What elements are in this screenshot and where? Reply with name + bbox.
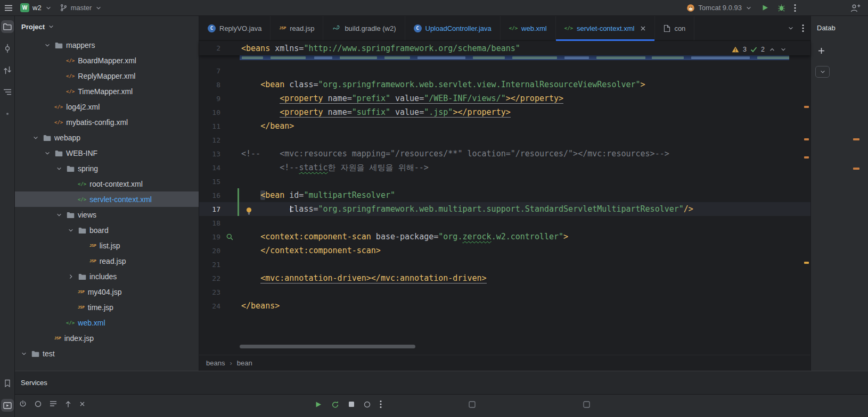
close-icon[interactable] bbox=[79, 401, 85, 407]
code-line-11[interactable]: 11 </bean> bbox=[199, 119, 810, 133]
suspend-icon[interactable] bbox=[364, 401, 371, 408]
tree-item-time-jsp[interactable]: JSPtime.jsp bbox=[15, 299, 199, 315]
checkbox-icon[interactable] bbox=[583, 401, 590, 408]
tab-build-gradle-w2[interactable]: build.gradle (w2) bbox=[323, 16, 405, 40]
code-line-13[interactable]: 13<!-- <mvc:resources mapping="/resource… bbox=[199, 147, 810, 161]
intention-bulb-icon[interactable] bbox=[245, 207, 252, 215]
stop-icon[interactable] bbox=[348, 401, 355, 407]
tab-con[interactable]: con bbox=[655, 16, 694, 40]
code-line-23[interactable]: 23 bbox=[199, 285, 810, 299]
tree-item-servlet-context-xml[interactable]: </>servlet-context.xml bbox=[15, 191, 199, 207]
tree-item-read-jsp[interactable]: JSPread.jsp bbox=[15, 253, 199, 269]
chevron-right-icon[interactable] bbox=[67, 273, 75, 280]
tree-item-web-xml[interactable]: </>web.xml bbox=[15, 315, 199, 330]
code-line-22[interactable]: 22 <mvc:annotation-driven></mvc:annotati… bbox=[199, 271, 810, 285]
suspend-icon[interactable] bbox=[35, 401, 42, 407]
tree-item-views[interactable]: views bbox=[15, 207, 199, 222]
code-line-14[interactable]: 14 <!--static한 자원을 세팅을 위해--> bbox=[199, 161, 810, 174]
sticky-line[interactable]: 2<beans xmlns="http://www.springframewor… bbox=[199, 41, 810, 55]
structure-icon[interactable] bbox=[1, 86, 14, 98]
commit-icon[interactable] bbox=[1, 42, 14, 55]
tree-item-webapp[interactable]: webapp bbox=[15, 130, 199, 145]
tree-item-replymapper-xml[interactable]: </>ReplyMapper.xml bbox=[15, 68, 199, 84]
code-line-21[interactable]: 21 bbox=[199, 257, 810, 271]
previous-problem-icon[interactable] bbox=[768, 46, 776, 53]
tree-item-list-jsp[interactable]: JSPlist.jsp bbox=[15, 238, 199, 253]
chevron-down-icon[interactable] bbox=[55, 165, 63, 172]
code-line-20[interactable]: 20 </context:component-scan> bbox=[199, 244, 810, 257]
main-menu-icon[interactable] bbox=[4, 4, 13, 12]
code-line-15[interactable]: 15 bbox=[199, 174, 810, 188]
horizontal-scrollbar[interactable] bbox=[240, 345, 415, 348]
kebab-icon[interactable] bbox=[380, 400, 382, 408]
tree-item-timemapper-xml[interactable]: </>TimeMapper.xml bbox=[15, 84, 199, 99]
tab-uploadcontroller-java[interactable]: CUploadController.java bbox=[405, 16, 501, 40]
add-datasource-icon[interactable] bbox=[817, 47, 825, 55]
tab-options-kebab-icon[interactable] bbox=[802, 24, 804, 32]
services-panel-header[interactable]: Services bbox=[15, 371, 868, 394]
code-line-19[interactable]: 19 <context:component-scan base-package=… bbox=[199, 230, 810, 244]
tree-item-root-context-xml[interactable]: </>root-context.xml bbox=[15, 176, 199, 191]
chevron-down-icon[interactable] bbox=[32, 134, 39, 141]
bookmarks-icon[interactable] bbox=[1, 377, 14, 390]
tree-item-includes[interactable]: includes bbox=[15, 269, 199, 284]
hidden-tabs-chevron-icon[interactable] bbox=[787, 24, 795, 32]
code-line-24[interactable]: 24</beans> bbox=[199, 299, 810, 313]
project-icon[interactable] bbox=[1, 20, 14, 33]
chevron-down-icon[interactable] bbox=[44, 149, 51, 157]
tree-item-board[interactable]: board bbox=[15, 222, 199, 238]
breadcrumb-bean[interactable]: bean bbox=[237, 359, 252, 367]
tab-read-jsp[interactable]: JSPread.jsp bbox=[271, 16, 323, 40]
code-line-16[interactable]: 16 <bean id="multipartResolver" bbox=[199, 188, 810, 202]
chevron-down-icon[interactable] bbox=[67, 227, 75, 234]
tree-item-mappers[interactable]: mappers bbox=[15, 37, 199, 53]
notifications-dot-icon[interactable] bbox=[1, 107, 14, 120]
branch-selector[interactable]: master bbox=[60, 4, 103, 12]
code-line-8[interactable]: 8 <bean class="org.springframework.web.s… bbox=[199, 78, 810, 91]
inspections-widget[interactable]: 3 2 bbox=[732, 46, 787, 53]
breadcrumb-beans[interactable]: beans bbox=[206, 359, 225, 367]
code-line-12[interactable]: 12 bbox=[199, 133, 810, 147]
chevron-down-icon[interactable] bbox=[44, 41, 51, 49]
debug-button[interactable] bbox=[777, 4, 785, 12]
tab-servlet-context-xml[interactable]: </>servlet-context.xml bbox=[556, 16, 656, 40]
panel-collapse-button[interactable] bbox=[815, 66, 830, 78]
code-line-17[interactable]: 17 class="org.springframework.web.multip… bbox=[199, 202, 810, 216]
chevron-down-icon[interactable] bbox=[20, 350, 28, 357]
project-panel-header[interactable]: Project bbox=[15, 16, 199, 37]
close-tab-icon[interactable] bbox=[640, 26, 646, 31]
chevron-down-icon[interactable] bbox=[55, 211, 63, 219]
rerun-icon[interactable] bbox=[331, 401, 339, 408]
code-line-9[interactable]: 9 <property name="prefix" value="/WEB-IN… bbox=[199, 91, 810, 105]
vertical-scrollbar[interactable] bbox=[803, 41, 810, 355]
code-line-10[interactable]: 10 <property name="suffix" value=".jsp">… bbox=[199, 105, 810, 119]
code-line-18[interactable]: 18 bbox=[199, 216, 810, 230]
more-options-button[interactable] bbox=[794, 4, 796, 12]
project-selector[interactable]: W w2 bbox=[20, 3, 52, 12]
editor[interactable]: 2<beans xmlns="http://www.springframewor… bbox=[199, 41, 810, 355]
code-line-7[interactable]: 7 bbox=[199, 64, 810, 78]
pull-requests-icon[interactable] bbox=[1, 64, 14, 77]
collapse-icon[interactable] bbox=[65, 400, 71, 407]
list-icon[interactable] bbox=[50, 400, 57, 407]
services-icon[interactable] bbox=[1, 399, 14, 412]
tree-item-my404-jsp[interactable]: JSPmy404.jsp bbox=[15, 284, 199, 299]
checkbox-icon[interactable] bbox=[469, 401, 476, 408]
tree-item-mybatis-config-xml[interactable]: </>mybatis-config.xml bbox=[15, 114, 199, 130]
tab-web-xml[interactable]: </>web.xml bbox=[501, 16, 556, 40]
power-icon[interactable] bbox=[19, 400, 27, 407]
tree-item-test[interactable]: test bbox=[15, 346, 199, 361]
run-configuration-selector[interactable]: Tomcat 9.0.93 bbox=[686, 4, 752, 12]
run-icon[interactable] bbox=[314, 401, 322, 408]
spring-bean-icon[interactable] bbox=[223, 233, 236, 241]
database-panel-title[interactable]: Datab bbox=[811, 16, 868, 32]
tree-item-index-jsp[interactable]: JSPindex.jsp bbox=[15, 330, 199, 346]
code-with-me-button[interactable] bbox=[850, 4, 861, 12]
tree-item-log4j2-xml[interactable]: </>log4j2.xml bbox=[15, 99, 199, 114]
tree-item-boardmapper-xml[interactable]: </>BoardMapper.xml bbox=[15, 53, 199, 68]
next-problem-icon[interactable] bbox=[780, 46, 787, 53]
tree-item-web-inf[interactable]: WEB-INF bbox=[15, 145, 199, 161]
tree-item-spring[interactable]: spring bbox=[15, 161, 199, 176]
run-button[interactable] bbox=[761, 4, 769, 12]
tab-replyvo-java[interactable]: CReplyVO.java bbox=[199, 16, 271, 40]
